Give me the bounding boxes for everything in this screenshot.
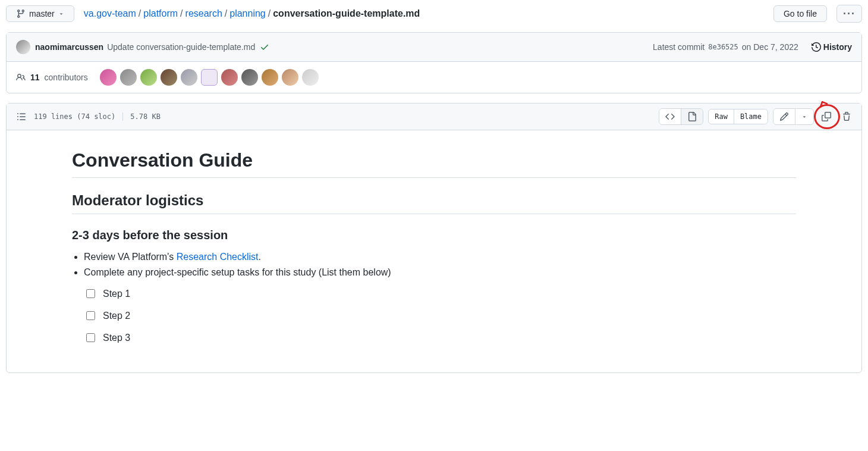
list-text: Review VA Platform's — [84, 252, 177, 262]
raw-blame-group: Raw Blame — [708, 109, 768, 124]
branch-name: master — [29, 9, 55, 18]
breadcrumb-sep: / — [139, 8, 141, 19]
copy-highlight — [819, 109, 834, 124]
list-item: Complete any project-specific setup task… — [84, 267, 796, 278]
breadcrumb-current: conversation-guide-template.md — [273, 8, 420, 19]
breadcrumb-sep: / — [268, 8, 271, 19]
list-icon-button[interactable] — [14, 109, 29, 124]
rendered-view-button[interactable] — [681, 109, 703, 124]
commit-header: naomimarcussen Update conversation-guide… — [7, 33, 861, 62]
check-icon[interactable] — [260, 42, 269, 52]
file-header: 119 lines (74 sloc) 5.78 KB Raw Blame — [7, 104, 861, 130]
author-name[interactable]: naomimarcussen — [35, 42, 103, 52]
research-checklist-link[interactable]: Research Checklist — [177, 252, 259, 262]
avatar[interactable] — [140, 69, 157, 86]
task-item: Step 2 — [84, 309, 796, 322]
avatar[interactable] — [282, 69, 298, 86]
avatar[interactable] — [120, 69, 137, 86]
file-info: 119 lines (74 sloc) 5.78 KB — [34, 112, 161, 121]
branch-selector[interactable]: master — [6, 5, 74, 22]
task-checkbox[interactable] — [86, 289, 95, 298]
commit-card: naomimarcussen Update conversation-guide… — [6, 32, 862, 93]
view-toggle — [659, 108, 703, 125]
avatar[interactable] — [221, 69, 238, 86]
section-heading: Moderator logistics — [72, 192, 796, 214]
people-icon — [16, 73, 26, 82]
more-options-button[interactable]: ··· — [836, 5, 862, 23]
pencil-icon — [779, 112, 789, 121]
breadcrumb-link[interactable]: planning — [229, 8, 266, 19]
avatar[interactable] — [100, 69, 117, 86]
edit-group — [773, 108, 814, 125]
raw-button[interactable]: Raw — [709, 109, 734, 124]
task-label: Step 3 — [103, 333, 130, 343]
history-link[interactable]: History — [812, 42, 852, 52]
contributor-count[interactable]: 11 — [30, 73, 40, 82]
blame-button[interactable]: Blame — [734, 109, 768, 124]
list-text: . — [259, 252, 261, 262]
triangle-down-icon — [801, 114, 807, 120]
list-unordered-icon — [17, 112, 26, 121]
divider — [122, 112, 123, 121]
avatar[interactable] — [181, 69, 197, 86]
latest-commit-label: Latest commit — [653, 42, 705, 52]
avatar[interactable] — [201, 69, 218, 86]
commit-date[interactable]: on Dec 7, 2022 — [742, 42, 798, 52]
history-label: History — [823, 42, 852, 52]
commit-message[interactable]: Update conversation-guide-template.md — [107, 42, 255, 52]
source-view-button[interactable] — [659, 109, 681, 124]
go-to-file-button[interactable]: Go to file — [773, 5, 827, 22]
history-icon — [812, 42, 821, 52]
commit-meta: Latest commit 8e36525 on Dec 7, 2022 His… — [653, 42, 852, 52]
task-checkbox[interactable] — [86, 333, 95, 342]
avatar[interactable] — [161, 69, 177, 86]
edit-dropdown-button[interactable] — [795, 109, 813, 124]
copy-icon — [822, 112, 831, 121]
breadcrumb-sep: / — [180, 8, 183, 19]
task-item: Step 3 — [84, 331, 796, 344]
top-bar: master va.gov-team / platform / research… — [6, 0, 862, 27]
contributor-label: contributors — [45, 73, 88, 82]
delete-button[interactable] — [839, 109, 854, 124]
task-label: Step 2 — [103, 311, 130, 321]
contributors-row: 11 contributors — [7, 62, 861, 93]
trash-icon — [842, 112, 851, 121]
avatar[interactable] — [262, 69, 278, 86]
contributor-avatars — [100, 69, 319, 86]
task-label: Step 1 — [103, 289, 130, 299]
avatar[interactable] — [16, 40, 30, 54]
task-checkbox[interactable] — [86, 311, 95, 320]
edit-button[interactable] — [773, 109, 795, 124]
list-item: Review VA Platform's Research Checklist. — [84, 252, 796, 262]
breadcrumb-link[interactable]: platform — [143, 8, 178, 19]
commit-sha[interactable]: 8e36525 — [708, 43, 738, 51]
git-branch-icon — [16, 9, 26, 18]
avatar[interactable] — [302, 69, 319, 86]
triangle-down-icon — [58, 11, 64, 17]
file-actions: Raw Blame — [659, 108, 854, 125]
breadcrumb: va.gov-team / platform / research / plan… — [84, 8, 764, 19]
file-lines: 119 lines (74 sloc) — [34, 112, 115, 121]
page-title: Conversation Guide — [72, 149, 796, 178]
breadcrumb-sep: / — [225, 8, 227, 19]
markdown-content: Conversation Guide Moderator logistics 2… — [7, 130, 861, 372]
task-item: Step 1 — [84, 287, 796, 300]
breadcrumb-link[interactable]: research — [185, 8, 222, 19]
file-icon — [687, 112, 697, 121]
bullet-list: Review VA Platform's Research Checklist.… — [72, 252, 796, 278]
file-card: 119 lines (74 sloc) 5.78 KB Raw Blame — [6, 103, 862, 373]
file-size: 5.78 KB — [130, 112, 161, 121]
subsection-heading: 2-3 days before the session — [72, 228, 796, 242]
breadcrumb-link[interactable]: va.gov-team — [84, 8, 136, 19]
copy-button[interactable] — [819, 109, 834, 124]
code-icon — [665, 112, 675, 121]
task-list: Step 1 Step 2 Step 3 — [72, 287, 796, 344]
avatar[interactable] — [241, 69, 258, 86]
